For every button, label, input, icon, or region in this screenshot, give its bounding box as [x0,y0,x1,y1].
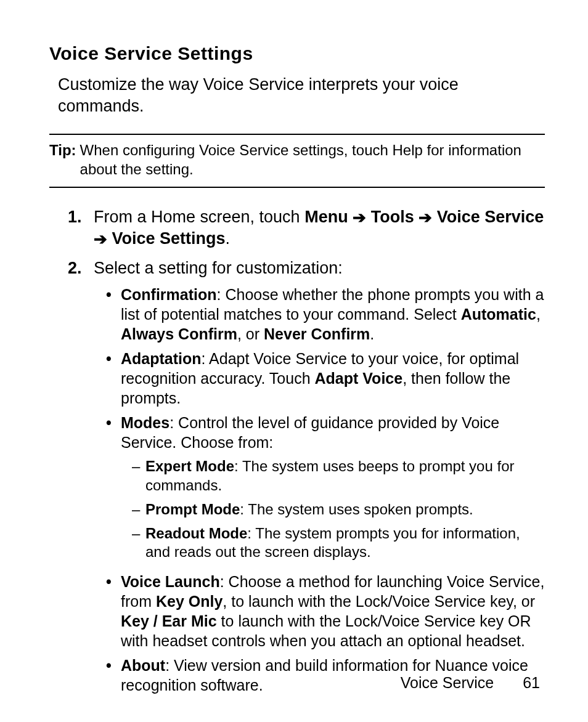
expert-mode-title: Expert Mode [145,458,234,474]
prompt-mode-title: Prompt Mode [145,501,240,517]
confirmation-opt3: Never Confirm [264,325,370,343]
step-1-pre: From a Home screen, touch [94,208,304,226]
voice-launch-opt1: Key Only [156,593,223,610]
prompt-mode-text: : The system uses spoken prompts. [240,501,473,517]
modes-sublist: Expert Mode: The system uses beeps to pr… [132,457,545,562]
settings-bullets: Confirmation: Choose whether the phone p… [106,285,545,695]
page-number: 61 [523,673,540,692]
step-1: From a Home screen, touch Menu ➔ Tools ➔… [68,206,545,250]
voice-launch-title: Voice Launch [121,573,220,590]
page: Voice Service Settings Customize the way… [0,0,588,722]
footer-section: Voice Service [401,674,494,691]
step-2: Select a setting for customization: Conf… [68,258,545,700]
step-1-period: . [226,229,231,248]
arrow-icon: ➔ [353,208,366,227]
confirmation-sep1: , [536,306,541,323]
voice-launch-opt2: Key / Ear Mic [121,612,217,630]
confirmation-opt2: Always Confirm [121,325,237,343]
confirmation-period: . [370,325,374,343]
tools-label: Tools [371,208,414,226]
section-title: Voice Service Settings [49,42,545,65]
adaptation-opt1: Adapt Voice [315,370,403,387]
tip-box: Tip: When configuring Voice Service sett… [49,134,545,187]
steps-list: From a Home screen, touch Menu ➔ Tools ➔… [68,206,545,700]
adaptation-title: Adaptation [121,350,202,367]
arrow-icon: ➔ [419,208,432,227]
confirmation-sep2: , or [237,325,264,343]
mode-readout: Readout Mode: The system prompts you for… [132,524,545,562]
about-title: About [121,657,165,674]
tip-label: Tip: [49,141,76,179]
voice-settings-label: Voice Settings [112,229,226,248]
modes-text-a: : Control the level of guidance provided… [121,414,499,451]
mode-prompt: Prompt Mode: The system uses spoken prom… [132,500,545,519]
bullet-adaptation: Adaptation: Adapt Voice Service to your … [106,349,545,408]
confirmation-opt1: Automatic [461,306,536,323]
intro-text: Customize the way Voice Service interpre… [58,74,545,116]
confirmation-title: Confirmation [121,286,217,303]
tip-text: When configuring Voice Service settings,… [80,141,545,179]
voice-launch-text-b: , to launch with the Lock/Voice Service … [223,593,535,610]
mode-expert: Expert Mode: The system uses beeps to pr… [132,457,545,495]
bullet-voice-launch: Voice Launch: Choose a method for launch… [106,572,545,651]
bullet-confirmation: Confirmation: Choose whether the phone p… [106,285,545,344]
voice-service-label: Voice Service [437,208,544,226]
arrow-icon: ➔ [94,230,107,249]
step-2-text: Select a setting for customization: [94,259,343,277]
readout-mode-title: Readout Mode [145,525,247,542]
menu-label: Menu [304,208,348,226]
page-footer: Voice Service 61 [401,673,540,692]
modes-title: Modes [121,414,169,431]
bullet-modes: Modes: Control the level of guidance pro… [106,413,545,567]
